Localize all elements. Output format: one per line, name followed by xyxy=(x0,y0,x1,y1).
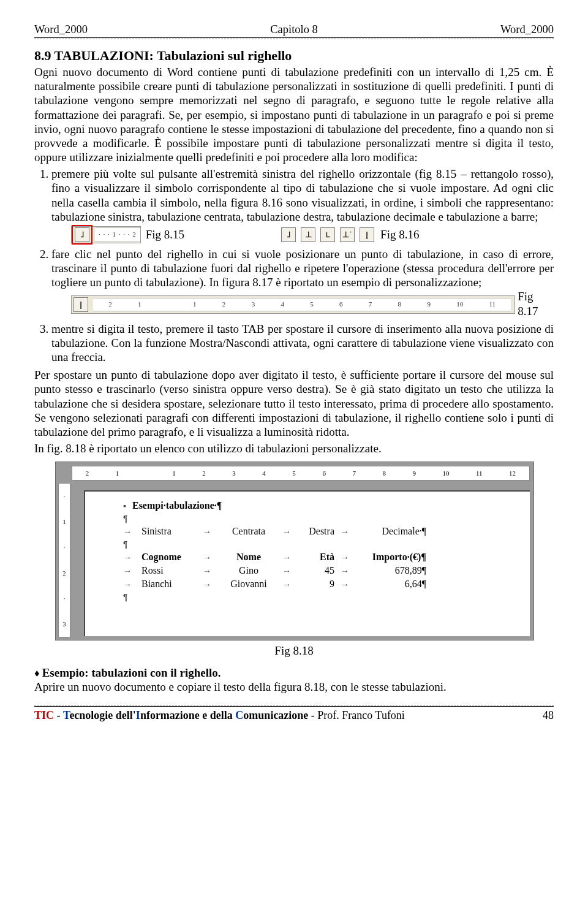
cell: 9 xyxy=(301,579,334,590)
doc-data-row: →Rossi →Gino →45 →678,89¶ xyxy=(123,565,513,576)
example-body: Aprire un nuovo documento e copiare il t… xyxy=(34,680,554,694)
tab-right-icon[interactable]: ˪ xyxy=(320,227,335,242)
tick: 6 xyxy=(322,469,326,477)
numbered-list: premere più volte sul pulsante all'estre… xyxy=(34,167,554,364)
tick: 1 xyxy=(193,300,197,308)
tick: 9 xyxy=(427,300,431,308)
tick: 2 xyxy=(86,469,89,477)
fig-815-816-row: ˩ · · · 1 · · · 2 Fig 8.15 ˩ ⊥ ˪ ⊥˙ | Fi… xyxy=(71,226,554,243)
tick: 8 xyxy=(382,469,386,477)
footer-rule-dashed xyxy=(34,705,554,705)
cell: Cognome xyxy=(141,552,197,563)
page-header: Word_2000 Capitolo 8 Word_2000 xyxy=(34,23,554,36)
tick: 2 xyxy=(63,570,66,577)
doc-blank-row: ¶ xyxy=(123,514,513,523)
cell: Bianchi xyxy=(141,579,197,590)
page-number: 48 xyxy=(543,709,554,722)
tick: 1 xyxy=(116,469,119,477)
footer-T: T xyxy=(63,709,69,721)
footer-tic: TIC xyxy=(34,709,54,721)
fig-817-label: Fig 8.17 xyxy=(518,289,554,317)
list-item-3: mentre si digita il testo, premere il ta… xyxy=(51,322,554,365)
tick: 10 xyxy=(456,300,463,308)
footer-left: TIC - Tecnologie dell'Informazione e del… xyxy=(34,709,405,722)
tab-bar-icon[interactable]: | xyxy=(74,297,88,312)
tick: 11 xyxy=(489,300,496,308)
doc-blank-row: ¶ xyxy=(123,539,513,549)
tick: 5 xyxy=(292,469,296,477)
horizontal-ruler[interactable]: 2 1 1 2 3 4 5 6 7 8 9 10 11 12 xyxy=(72,466,530,481)
tick: 2 xyxy=(202,469,206,477)
tab-decimal-icon[interactable]: ⊥˙ xyxy=(340,227,355,242)
list-item-1-text: premere più volte sul pulsante all'estre… xyxy=(51,167,554,223)
fig-815-label: Fig 8.15 xyxy=(146,227,184,241)
tick: 1 xyxy=(63,519,66,525)
tick: 1 xyxy=(138,300,141,308)
header-rule-dashed xyxy=(34,39,554,39)
fig-816-label: Fig 8.16 xyxy=(380,227,419,241)
doc-data-row: →Bianchi →Giovanni →9 →6,64¶ xyxy=(123,579,513,590)
fig-818-screenshot: 2 1 1 2 3 4 5 6 7 8 9 10 11 12 · 1 · 2 ·… xyxy=(55,462,534,640)
tick: 3 xyxy=(252,300,255,308)
cell: Giovanni xyxy=(221,579,276,590)
cell: Rossi xyxy=(141,565,197,576)
tick: 7 xyxy=(369,300,372,308)
tick: 5 xyxy=(310,300,314,308)
footer-sep: - xyxy=(308,709,317,721)
header-right: Word_2000 xyxy=(500,23,554,36)
tick: 3 xyxy=(232,469,236,477)
page: Word_2000 Capitolo 8 Word_2000 8.9 TABUL… xyxy=(0,0,588,740)
cell: Centrata xyxy=(221,526,276,537)
tick: 4 xyxy=(281,300,284,308)
intro-paragraph: Ogni nuovo documento di Word contiene pu… xyxy=(34,65,554,164)
tab-left-icon[interactable]: ˩ xyxy=(281,227,296,242)
document-area[interactable]: ▪ Esempi·tabulazione·¶ ¶ →Sinistra →Cent… xyxy=(84,490,530,636)
fig-815-scale: · · · 1 · · · 2 xyxy=(95,227,140,242)
cell: 6,64¶ xyxy=(359,579,426,590)
footer-rule-solid xyxy=(34,706,554,707)
cell: 45 xyxy=(301,565,334,576)
list-item-1: premere più volte sul pulsante all'estre… xyxy=(51,167,554,243)
fig-815-highlight: ˩ xyxy=(72,225,92,245)
tick: 2 xyxy=(108,300,112,308)
cell: Importo·(€)¶ xyxy=(359,552,426,563)
fig-817-ruler: | 2 1 1 2 3 4 5 6 7 8 9 10 xyxy=(71,295,515,314)
cell: Decimale·¶ xyxy=(359,526,426,537)
doc-header-row-1: →Sinistra →Centrata →Destra →Decimale·¶ xyxy=(123,526,513,537)
doc-title: Esempi·tabulazione·¶ xyxy=(132,500,222,511)
doc-title-row: ▪ Esempi·tabulazione·¶ xyxy=(123,500,513,511)
diamond-icon: ♦ xyxy=(34,667,40,679)
tab-center-icon[interactable]: ⊥ xyxy=(301,227,315,242)
doc-blank-row: ¶ xyxy=(123,592,513,602)
footer-C: C xyxy=(235,709,243,721)
tick: 7 xyxy=(352,469,356,477)
tab-left-icon[interactable]: ˩ xyxy=(75,227,89,242)
footer-text: nformazione e della xyxy=(140,709,235,721)
footer-text: omunicazione xyxy=(243,709,308,721)
list-item-3-text: mentre si digita il testo, premere il ta… xyxy=(51,322,554,363)
tick: 11 xyxy=(476,469,483,477)
cell: Destra xyxy=(301,526,334,537)
fig-817-scale: 2 1 1 2 3 4 5 6 7 8 9 10 11 xyxy=(93,298,511,311)
tick: · xyxy=(64,544,66,551)
tick: 12 xyxy=(509,469,516,477)
vertical-ruler[interactable]: · 1 · 2 · 3 xyxy=(58,483,70,637)
footer-I: I xyxy=(136,709,140,721)
cell: Sinistra xyxy=(141,526,197,537)
example-heading: ♦Esempio: tabulazioni con il righello. xyxy=(34,666,554,680)
cell: 678,89¶ xyxy=(359,565,426,576)
tick: 3 xyxy=(63,621,66,628)
tick: · xyxy=(64,493,66,500)
footer-dash: - xyxy=(54,709,63,721)
cell: Gino xyxy=(221,565,276,576)
section-title: 8.9 TABULAZIONI: Tabulazioni sul righell… xyxy=(34,48,554,64)
fig-815-ruler: ˩ · · · 1 · · · 2 xyxy=(71,226,141,243)
header-center: Capitolo 8 xyxy=(270,23,318,36)
fig-817-row: | 2 1 1 2 3 4 5 6 7 8 9 10 xyxy=(51,289,554,317)
header-left: Word_2000 xyxy=(34,23,88,36)
footer-prof: Prof. Franco Tufoni xyxy=(317,709,405,721)
page-footer: TIC - Tecnologie dell'Informazione e del… xyxy=(34,709,554,722)
fig-818-caption: Fig 8.18 xyxy=(34,644,554,658)
list-item-2: fare clic nel punto del righello in cui … xyxy=(51,247,554,318)
tab-bar-icon[interactable]: | xyxy=(360,227,374,242)
